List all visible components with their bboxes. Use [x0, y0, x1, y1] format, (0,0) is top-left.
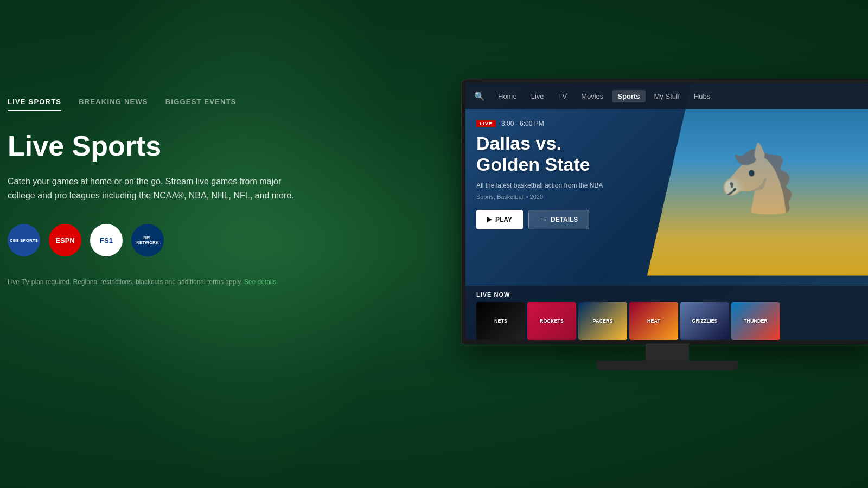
live-now-section: LIVE NOW NETS ROCKETS PACERS HEAT [465, 286, 868, 340]
game-description: All the latest basketball action from th… [476, 182, 858, 189]
team-label-heat: HEAT [645, 317, 662, 326]
team-card-nets[interactable]: NETS [476, 302, 525, 340]
channel-logos-row: CBS SPORTS ESPN FS1 NFL NETWORK [8, 224, 374, 256]
team-label-rockets: ROCKETS [538, 317, 566, 326]
tabs-container: LIVE SPORTS BREAKING NEWS BIGGEST EVENTS [8, 98, 374, 111]
team-card-pacers[interactable]: PACERS [578, 302, 627, 340]
team-label-pacers: PACERS [591, 317, 615, 326]
tv-nav-live[interactable]: Live [526, 90, 550, 102]
live-info-row: LIVE 3:00 - 6:00 PM [476, 120, 858, 127]
play-icon [487, 217, 492, 222]
tv-nav-sports[interactable]: Sports [612, 90, 645, 102]
tab-breaking-news[interactable]: BREAKING NEWS [79, 98, 148, 111]
team-label-nets: NETS [492, 317, 509, 326]
game-title-line1: Dallas vs. [476, 133, 561, 153]
game-meta: Sports, Basketball • 2020 [476, 194, 858, 200]
tv-nav-home[interactable]: Home [493, 90, 522, 102]
tv-navigation: 🔍 Home Live TV Movies Sports My Stuff Hu… [465, 83, 868, 109]
team-card-rockets[interactable]: ROCKETS [527, 302, 576, 340]
team-card-heat[interactable]: HEAT [629, 302, 678, 340]
game-title: Dallas vs. Golden State [476, 133, 858, 175]
teams-row: NETS ROCKETS PACERS HEAT GRIZZLIES [476, 302, 858, 340]
live-badge: LIVE [476, 120, 496, 127]
game-time: 3:00 - 6:00 PM [501, 120, 544, 127]
details-button[interactable]: → DETAILS [528, 210, 589, 229]
channel-logo-fs1: FS1 [90, 224, 123, 256]
disclaimer-text: Live TV plan required. Regional restrict… [8, 278, 374, 286]
team-label-grizzlies: GRIZZLIES [690, 317, 720, 326]
tv-featured-content: LIVE 3:00 - 6:00 PM Dallas vs. Golden St… [465, 109, 868, 340]
live-now-label: LIVE NOW [476, 291, 858, 298]
action-buttons: PLAY → DETAILS [476, 210, 858, 229]
tv-nav-mystuff[interactable]: My Stuff [649, 90, 685, 102]
game-title-line2: Golden State [476, 154, 590, 175]
play-button[interactable]: PLAY [476, 210, 523, 229]
tv-container: 🐴 🔍 Home Live TV Movies Sports My Stuff … [461, 79, 868, 366]
search-icon[interactable]: 🔍 [474, 91, 485, 101]
tv-nav-movies[interactable]: Movies [576, 90, 609, 102]
arrow-icon: → [540, 215, 547, 224]
tv-nav-hubs[interactable]: Hubs [688, 90, 716, 102]
tab-live-sports[interactable]: LIVE SPORTS [8, 98, 61, 111]
channel-logo-espn: ESPN [49, 224, 81, 256]
channel-logo-cbs: CBS SPORTS [8, 224, 40, 256]
team-card-thunder[interactable]: THUNDER [731, 302, 780, 340]
left-panel: LIVE SPORTS BREAKING NEWS BIGGEST EVENTS… [0, 0, 407, 488]
channel-logo-nfl: NFL NETWORK [131, 224, 164, 256]
tv-screen: 🐴 🔍 Home Live TV Movies Sports My Stuff … [465, 83, 868, 340]
tv-stand-base [597, 361, 738, 370]
hero-description: Catch your games at home or on the go. S… [8, 175, 301, 202]
tab-biggest-events[interactable]: BIGGEST EVENTS [165, 98, 237, 111]
see-details-link[interactable]: See details [244, 278, 276, 286]
tv-stand-neck [646, 344, 689, 361]
team-card-grizzlies[interactable]: GRIZZLIES [680, 302, 729, 340]
tv-nav-tv[interactable]: TV [553, 90, 573, 102]
tv-bezel: 🐴 🔍 Home Live TV Movies Sports My Stuff … [461, 79, 868, 344]
team-label-thunder: THUNDER [742, 317, 770, 326]
page-title: Live Sports [8, 131, 374, 162]
